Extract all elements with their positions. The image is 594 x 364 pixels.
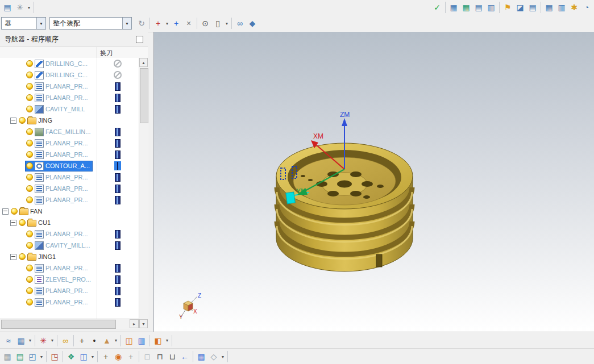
move-object-icon-dropdown-arrow[interactable]: ▼: [113, 334, 119, 347]
lightbulb-icon[interactable]: [26, 287, 33, 294]
tree-row[interactable]: PLANAR_PR...: [0, 81, 139, 92]
tree-row[interactable]: ZLEVEL_PRO...: [0, 274, 139, 285]
report-icon-3[interactable]: ▦: [543, 1, 555, 14]
selection-filter-combo[interactable]: 器 ▼: [1, 17, 46, 30]
tree-row[interactable]: PLANAR_PR...: [0, 137, 139, 149]
cube-axis-icon-dropdown-arrow[interactable]: ▼: [220, 350, 226, 363]
clamp-icon[interactable]: ⊓: [153, 350, 166, 363]
lightbulb-icon[interactable]: [26, 231, 33, 237]
undock-button[interactable]: [136, 36, 143, 43]
lightbulb-icon[interactable]: [19, 253, 26, 260]
worksheet-icon-3[interactable]: ▤: [472, 1, 485, 14]
tree-row[interactable]: PLANAR_PR...: [0, 194, 139, 206]
lightbulb-icon[interactable]: [26, 185, 33, 192]
scroll-right-button[interactable]: ▸: [130, 319, 139, 328]
lightbulb-icon[interactable]: [26, 151, 33, 158]
new-component-icon[interactable]: ◰: [26, 350, 39, 363]
circle-center-icon[interactable]: ⊙: [199, 17, 211, 30]
collapse-toggle-icon[interactable]: [10, 118, 16, 124]
tree-row[interactable]: PLANAR_PR...: [0, 285, 139, 296]
worksheet-icon-4[interactable]: ▥: [485, 1, 497, 14]
rect-select-icon-dropdown-arrow[interactable]: ▼: [224, 17, 230, 30]
tree-row[interactable]: DRILLING_C...: [0, 69, 139, 81]
scrollbar-thumb[interactable]: [140, 68, 148, 123]
window-grid-icon[interactable]: ▦: [1, 350, 14, 363]
suppress-arrow-icon[interactable]: ←: [178, 350, 191, 363]
view-orientation-triad[interactable]: Z X Y: [179, 292, 201, 320]
tree-row[interactable]: PLANAR_PR...: [0, 228, 139, 240]
worksheet-icon-2[interactable]: ▦: [460, 1, 472, 14]
lightbulb-icon[interactable]: [26, 83, 33, 90]
move-object-icon[interactable]: ▲: [101, 334, 113, 347]
snap-quick-icon[interactable]: ×: [182, 17, 195, 30]
tree-row[interactable]: PLANAR_PR...: [0, 296, 139, 308]
snap-rotate-icon[interactable]: +: [170, 17, 182, 30]
add-grid-icon[interactable]: +: [99, 350, 112, 363]
glasses-icon[interactable]: ∞: [234, 17, 246, 30]
grid-ruler-icon[interactable]: ▦: [15, 334, 27, 347]
graphics-viewport[interactable]: ZM XM YM Z X Y: [153, 32, 594, 332]
lightbulb-icon[interactable]: [26, 242, 33, 249]
lightbulb-icon[interactable]: [26, 72, 33, 78]
new-component-icon-dropdown-arrow[interactable]: ▼: [39, 350, 44, 363]
verify-check-icon[interactable]: ✓: [431, 1, 443, 14]
plus-gray-icon[interactable]: +: [124, 350, 137, 363]
color-star-icon-dropdown-arrow[interactable]: ▼: [49, 334, 55, 347]
link-chain-icon[interactable]: ∞: [59, 334, 72, 347]
tree-row[interactable]: CU1: [0, 217, 139, 228]
tree-row[interactable]: CAVITY_MILL...: [0, 240, 139, 251]
tree-row[interactable]: JING: [0, 115, 139, 126]
lightbulb-icon[interactable]: [26, 128, 33, 135]
horizontal-scrollbar[interactable]: ▸: [0, 319, 139, 329]
chevron-down-icon[interactable]: ▼: [122, 18, 131, 29]
sketch-sheet-icon[interactable]: ▤: [14, 350, 26, 363]
lightbulb-icon[interactable]: [11, 208, 18, 215]
rect-select-icon[interactable]: ▯: [211, 17, 224, 30]
pin-icon[interactable]: ⚑: [501, 1, 514, 14]
scrollbar-thumb[interactable]: [1, 320, 116, 329]
tree-row[interactable]: CAVITY_MILL: [0, 103, 139, 115]
library-icon[interactable]: ▥: [135, 334, 148, 347]
tree-row[interactable]: JING1: [0, 251, 139, 262]
shaded-cube-icon[interactable]: ◆: [246, 17, 259, 30]
box-icon[interactable]: □: [141, 350, 153, 363]
tree-row[interactable]: FACE_MILLIN...: [0, 126, 139, 137]
snap-point-icon[interactable]: +: [152, 17, 164, 30]
columns-icon-dropdown-arrow[interactable]: ▼: [90, 350, 95, 363]
chevron-down-icon[interactable]: ▼: [36, 18, 45, 29]
lightbulb-icon[interactable]: [26, 265, 33, 271]
fixture-icon[interactable]: ⊔: [166, 350, 178, 363]
columns-icon[interactable]: ◫: [77, 350, 90, 363]
navigator-column-header[interactable]: 换刀: [0, 47, 148, 59]
surface-wave-icon[interactable]: ≈: [2, 334, 15, 347]
display-part-icon[interactable]: ▤: [1, 1, 14, 14]
report-icon-1[interactable]: ◪: [514, 1, 526, 14]
table-icon[interactable]: ▦: [195, 350, 207, 363]
report-icon-2[interactable]: ▤: [526, 1, 539, 14]
collapse-toggle-icon[interactable]: [10, 220, 16, 226]
lightbulb-icon[interactable]: [26, 299, 33, 306]
lightbulb-icon[interactable]: [19, 117, 26, 124]
scroll-down-button[interactable]: ▼: [139, 319, 148, 328]
assembly-scope-combo[interactable]: 整个装配 ▼: [49, 17, 132, 30]
tree-row[interactable]: PLANAR_PR...: [0, 171, 139, 183]
sphere-grid-icon[interactable]: ◉: [112, 350, 124, 363]
tools-icon[interactable]: ✱: [568, 1, 580, 14]
pattern-icon[interactable]: ❖: [65, 350, 77, 363]
clock-icon[interactable]: ◔: [580, 1, 593, 14]
tree-row[interactable]: FAN: [0, 206, 139, 217]
lightbulb-icon[interactable]: [26, 106, 33, 112]
tree-row[interactable]: PLANAR_PR...: [0, 183, 139, 194]
assembly-box-icon[interactable]: ◧: [152, 334, 164, 347]
tree-row[interactable]: PLANAR_PR...: [0, 92, 139, 103]
wcs-star-icon-dropdown-arrow[interactable]: ▼: [26, 1, 32, 14]
worksheet-icon-1[interactable]: ▦: [447, 1, 460, 14]
lightbulb-icon[interactable]: [26, 276, 33, 283]
tree-row[interactable]: DRILLING_C...: [0, 58, 139, 69]
scroll-up-button[interactable]: ▲: [139, 58, 148, 67]
lightbulb-icon[interactable]: [26, 162, 33, 169]
plus-icon[interactable]: +: [76, 334, 88, 347]
tree-row[interactable]: CONTOUR_A...: [0, 160, 139, 171]
model-canvas[interactable]: ZM XM YM Z X Y: [154, 32, 594, 332]
color-star-icon[interactable]: ✳: [37, 334, 49, 347]
